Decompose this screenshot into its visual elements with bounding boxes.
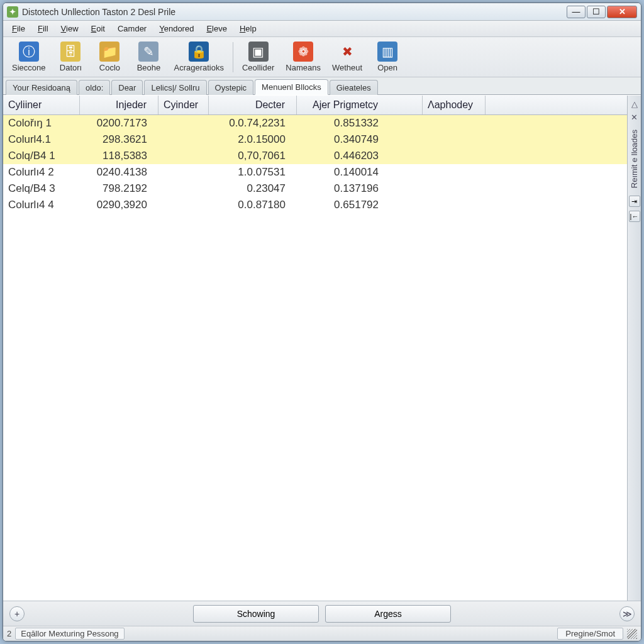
data-grid: CyliinerInjederCyinderDecterAjer Prigmet… (3, 96, 627, 601)
window-title: Distotech Unllection Taston 2 Desl Prile (22, 7, 567, 17)
toolbar-label: Coclo (99, 63, 120, 72)
menu-help[interactable]: Help (233, 22, 263, 35)
toolbar-label: Datorı (60, 63, 82, 72)
table-cell (423, 116, 486, 130)
tab-lelics-sollru[interactable]: Lelics|/ Sollru (144, 80, 206, 95)
menu-yendored[interactable]: Yendored (153, 22, 200, 35)
toolbar-label: Wetheut (332, 63, 362, 72)
table-cell (158, 198, 209, 212)
toolbar-acrageratioks[interactable]: 🔒Acrageratioks (169, 40, 228, 74)
device-icon: ▣ (248, 42, 269, 62)
table-row[interactable]: Colurlı4 40290,39200.0.871800.651792 (3, 197, 627, 213)
tab-your-residoan-[interactable]: Your Residoaną (6, 80, 77, 95)
toolbar-open[interactable]: ▥Open (369, 40, 406, 74)
column-header[interactable]: Λaphodey (423, 96, 486, 114)
table-cell: 298.3621 (80, 133, 158, 147)
column-header[interactable]: Decter (209, 96, 297, 114)
status-bar: 2 Eqāllor Mexturing Pessong Pregine/Smot (3, 626, 641, 641)
toolbar-beohe[interactable]: ✎Beohe (130, 40, 167, 74)
table-cell: 0.651792 (297, 198, 423, 212)
table-cell: 0240.4138 (80, 165, 158, 179)
cylinder-icon: 🗄 (60, 42, 80, 62)
add-button[interactable]: + (9, 606, 25, 621)
table-row[interactable]: Colurlı4 20240.41381.0.075310.140014 (3, 164, 627, 180)
status-left: Eqāllor Mexturing Pessong (15, 628, 124, 640)
column-header[interactable]: Cyinder (158, 96, 209, 114)
toolbar-label: Nameans (286, 63, 321, 72)
toolbar-datorı[interactable]: 🗄Datorı (52, 40, 89, 74)
table-cell: 0200.7173 (80, 116, 158, 130)
folder-icon: 📁 (99, 42, 119, 62)
toolbar-label: Acrageratioks (174, 63, 223, 72)
table-cell: 0.446203 (297, 149, 423, 163)
schowing-button[interactable]: Schowing (193, 605, 319, 623)
tab-oldo-[interactable]: oldo: (79, 80, 110, 95)
menu-camder[interactable]: Camder (111, 22, 153, 35)
next-button[interactable]: ≫ (619, 606, 635, 621)
table-cell: 0,70,7061 (209, 149, 297, 163)
table-row[interactable]: Colořıŋ 10200.71730.0.74,22310.851332 (3, 115, 627, 131)
maximize-button[interactable]: ☐ (587, 6, 606, 18)
table-cell: 0.340749 (297, 133, 423, 147)
tab-gieateles[interactable]: Gieateles (330, 80, 378, 95)
toolbar-nameans[interactable]: ❁Nameans (280, 40, 326, 74)
lock-icon: 🔒 (189, 42, 209, 62)
status-right: Pregine/Smot (557, 628, 623, 640)
menu-fill[interactable]: Fill (31, 22, 55, 35)
main-area: CyliinerInjederCyinderDecterAjer Prigmet… (3, 95, 641, 601)
table-cell: 1.0.07531 (209, 165, 297, 179)
info-icon: ⓘ (19, 42, 39, 62)
toolbar-wetheut[interactable]: ✖Wetheut (327, 40, 367, 74)
sidebar-label: Reımit e lloades (630, 126, 639, 192)
table-cell: Celq/B4 3 (3, 182, 80, 196)
sidebar-button-2[interactable]: |← (629, 211, 640, 222)
resize-grip-icon[interactable] (627, 629, 637, 639)
column-header[interactable]: Injeder (80, 96, 158, 114)
menu-file[interactable]: File (6, 22, 31, 35)
tab-dear[interactable]: Dear (111, 80, 143, 95)
menu-view[interactable]: View (55, 22, 85, 35)
table-row[interactable]: Colurl4.1298.36212.0.150000.340749 (3, 131, 627, 148)
titlebar: ✦ Distotech Unllection Taston 2 Desl Pri… (3, 3, 641, 21)
right-sidebar: △ ✕ Reımit e lloades ⇥ |← (627, 96, 641, 601)
app-icon: ✦ (7, 6, 18, 18)
table-cell: 798.2192 (80, 182, 158, 196)
table-cell (423, 198, 486, 212)
column-header[interactable]: Ajer Prigmetcy (297, 96, 423, 114)
tab-menuenl-bllocks[interactable]: Menuenl Bllocks (255, 79, 328, 95)
table-row[interactable]: Celq/B4 3798.21920.230470.137196 (3, 180, 627, 197)
table-cell: Colurlı4 2 (3, 165, 80, 179)
toolbar-sieccone[interactable]: ⓘSieccone (7, 40, 50, 74)
table-cell: 2.0.15000 (209, 133, 297, 147)
toolbar-coclo[interactable]: 📁Coclo (91, 40, 128, 74)
tab-oystepic[interactable]: Oystepic (208, 80, 254, 95)
table-cell (158, 133, 209, 147)
sidebar-button-1[interactable]: ⇥ (629, 196, 640, 207)
table-cell: 0.851332 (297, 116, 423, 130)
table-cell (423, 182, 486, 196)
argess-button[interactable]: Argess (325, 605, 451, 623)
table-cell (423, 133, 486, 147)
toolbar-ceollider[interactable]: ▣Ceollider (237, 40, 279, 74)
toolbar-label: Ceollider (242, 63, 274, 72)
grid-header-row: CyliinerInjederCyinderDecterAjer Prigmet… (3, 96, 627, 115)
menu-eoit[interactable]: Eoit (85, 22, 111, 35)
table-cell (158, 149, 209, 163)
table-cell (158, 165, 209, 179)
toolbar-label: Open (377, 63, 397, 72)
close-panel-icon[interactable]: ✕ (631, 113, 638, 122)
toolbar-label: Sieccone (12, 63, 45, 72)
table-row[interactable]: Colq/B4 1118,53830,70,70610.446203 (3, 148, 627, 164)
close-button[interactable]: ✕ (607, 6, 637, 18)
scroll-up-icon[interactable]: △ (631, 99, 638, 109)
app-window: ✦ Distotech Unllection Taston 2 Desl Pri… (3, 3, 641, 641)
column-header[interactable]: Cyliiner (3, 96, 80, 114)
table-cell: Colurl4.1 (3, 133, 80, 147)
window-icon: ▥ (377, 42, 397, 62)
minimize-button[interactable]: — (567, 6, 586, 18)
wand-icon: ✎ (138, 42, 158, 62)
table-cell: 0.23047 (209, 182, 297, 196)
table-cell (158, 116, 209, 130)
tabbar: Your Residoanąoldo:DearLelics|/ SollruOy… (3, 77, 641, 95)
menu-eleve[interactable]: Eleve (200, 22, 233, 35)
